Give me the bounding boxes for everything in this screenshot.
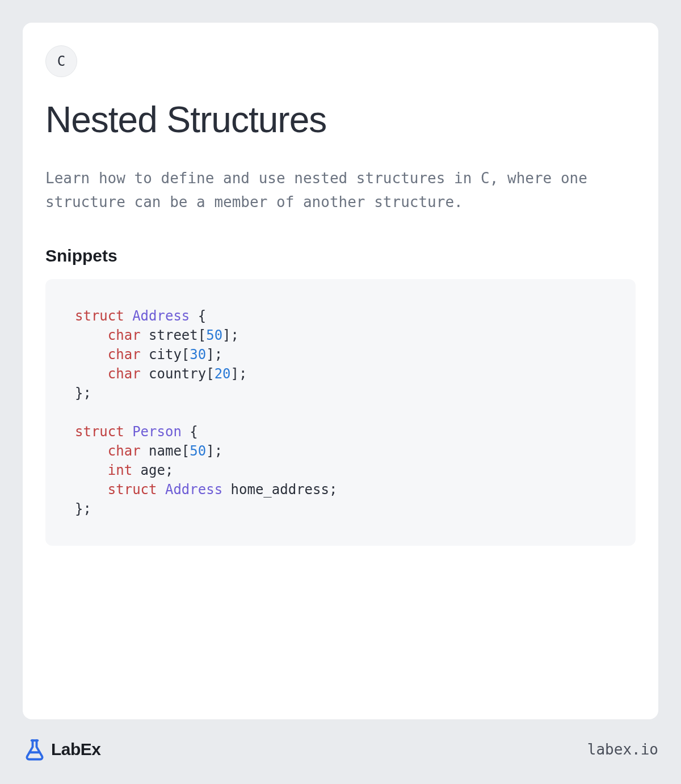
flask-icon bbox=[23, 737, 47, 761]
page-title: Nested Structures bbox=[45, 100, 636, 140]
language-badge: C bbox=[45, 45, 77, 77]
footer: LabEx labex.io bbox=[23, 719, 658, 761]
site-url: labex.io bbox=[587, 741, 658, 758]
content-card: C Nested Structures Learn how to define … bbox=[23, 23, 658, 719]
logo-text: LabEx bbox=[51, 740, 101, 759]
code-snippet: struct Address { char street[50]; char c… bbox=[45, 279, 636, 546]
logo: LabEx bbox=[23, 737, 101, 761]
description-text: Learn how to define and use nested struc… bbox=[45, 167, 636, 214]
snippets-heading: Snippets bbox=[45, 246, 636, 265]
